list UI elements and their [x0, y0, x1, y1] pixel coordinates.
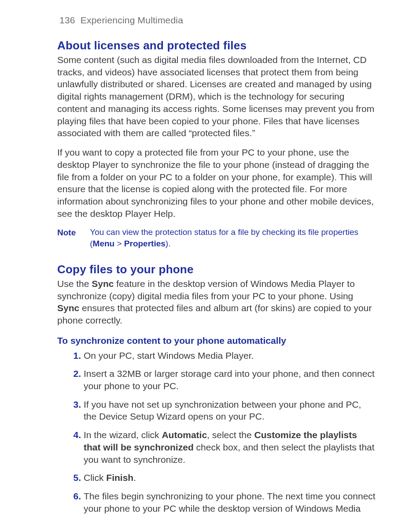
note-block: Note You can view the protection status … — [57, 227, 376, 249]
sync-bold-2: Sync — [57, 303, 79, 313]
para-licenses-1: Some content (such as digital media file… — [57, 54, 376, 139]
step-4: In the wizard, click Automatic, select t… — [84, 429, 376, 465]
para-copy-post: ensures that protected files and album a… — [57, 303, 372, 325]
para-copy-pre: Use the — [57, 279, 92, 289]
note-label: Note — [57, 227, 76, 249]
step-2-text: Insert a 32MB or larger storage card int… — [84, 368, 375, 391]
steps-list: On your PC, start Windows Media Player. … — [57, 350, 376, 517]
heading-about-licenses: About licenses and protected files — [57, 38, 376, 53]
step-2: Insert a 32MB or larger storage card int… — [84, 368, 376, 392]
step-1-text: On your PC, start Windows Media Player. — [84, 350, 254, 361]
step-5: Click Finish. — [84, 472, 376, 484]
note-text-post: ). — [166, 239, 171, 248]
step-4-mid1: , select the — [207, 430, 254, 440]
step-3: If you have not set up synchronization b… — [84, 398, 376, 423]
step-5-finish: Finish — [106, 472, 133, 483]
step-1: On your PC, start Windows Media Player. — [84, 350, 376, 362]
note-properties-bold: Properties — [124, 239, 166, 248]
step-4-automatic: Automatic — [162, 430, 207, 440]
para-licenses-2: If you want to copy a protected file fro… — [57, 146, 376, 219]
step-4-pre: In the wizard, click — [84, 430, 162, 440]
sync-bold-1: Sync — [92, 279, 114, 289]
step-5-pre: Click — [84, 472, 106, 483]
running-head: 136 Experiencing Multimedia — [59, 14, 376, 26]
note-gt: > — [114, 239, 124, 248]
para-copy-files: Use the Sync feature in the desktop vers… — [57, 278, 376, 327]
page-number: 136 — [59, 15, 75, 25]
step-5-post: . — [133, 472, 136, 483]
page: 136 Experiencing Multimedia About licens… — [0, 0, 420, 517]
note-menu-bold: Menu — [93, 239, 115, 248]
step-3-text: If you have not set up synchronization b… — [84, 399, 361, 422]
heading-copy-files: Copy files to your phone — [57, 262, 376, 277]
note-text: You can view the protection status for a… — [90, 227, 376, 249]
chapter-title: Experiencing Multimedia — [81, 15, 183, 25]
step-6-text: The files begin synchronizing to your ph… — [84, 491, 376, 517]
procedure-heading: To synchronize content to your phone aut… — [57, 335, 376, 347]
step-6: The files begin synchronizing to your ph… — [84, 490, 376, 517]
